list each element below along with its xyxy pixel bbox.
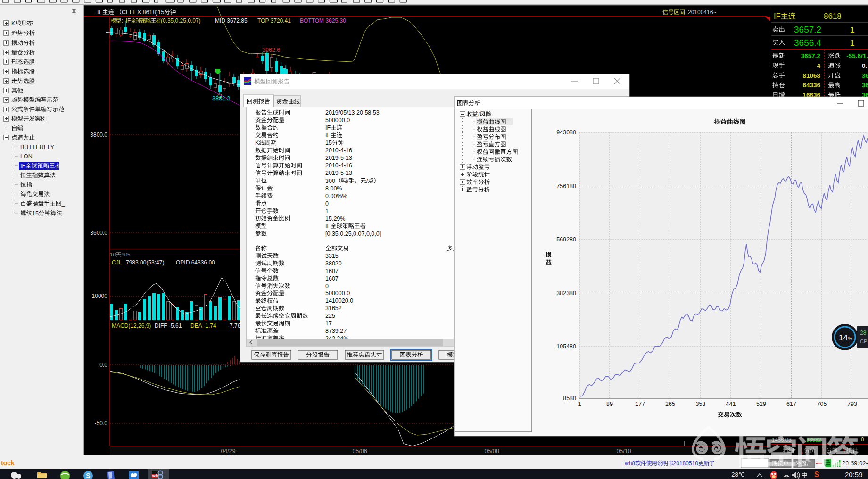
svg-text:17: 17 [325,320,332,327]
svg-text:265: 265 [665,401,675,407]
svg-text:CP: CP [860,339,867,344]
svg-text:tock: tock [1,459,15,467]
svg-text:_: _ [61,200,66,207]
svg-text:2010-4-16: 2010-4-16 [325,162,352,169]
svg-text:/: / [347,178,349,184]
svg-text:756180: 756180 [556,183,576,190]
svg-text:177: 177 [635,401,645,407]
svg-text:441: 441 [726,401,736,407]
svg-text:3315: 3315 [325,253,339,259]
svg-text:617: 617 [786,401,796,407]
svg-text:353: 353 [696,401,706,407]
svg-text:2019/05/13 20:58:53: 2019/05/13 20:58:53 [325,109,380,116]
svg-text:IF: IF [126,17,131,24]
svg-text:S: S [814,471,819,479]
svg-text:3657.2: 3657.2 [794,25,821,34]
svg-text:BUTTERFLY: BUTTERFLY [20,144,55,150]
svg-text:DIFF -5.61: DIFF -5.61 [155,322,182,329]
svg-text:382380: 382380 [556,290,576,297]
svg-text:1607: 1607 [325,268,339,274]
svg-text:500000.0: 500000.0 [325,290,350,297]
svg-text:0.: 0. [862,62,867,69]
svg-text:MID 3672.85: MID 3672.85 [215,17,248,24]
svg-text:89: 89 [606,401,613,407]
svg-text:CJL: CJL [112,259,122,266]
svg-text:8580: 8580 [563,395,576,402]
svg-text:wh8: wh8 [624,460,635,467]
svg-text:TOP 3720.41: TOP 3720.41 [257,17,291,24]
svg-text:20180510: 20180510 [673,460,699,467]
svg-text:/: / [478,111,480,118]
svg-text:7983.00(53:47): 7983.00(53:47) [126,259,164,266]
svg-text:0.00%%: 0.00%% [325,193,347,199]
svg-text:IF: IF [325,124,331,131]
svg-text:04/29: 04/29 [221,448,235,454]
svg-text:20100416~: 20100416~ [688,9,716,16]
svg-text:569280: 569280 [556,236,576,243]
svg-text:DEA -1.74: DEA -1.74 [190,322,216,329]
svg-text:IF: IF [325,223,331,230]
svg-text:4: 4 [817,62,821,69]
svg-text:1: 1 [850,39,854,48]
svg-text:(0.35,0.25,0.07): (0.35,0.25,0.07) [161,17,201,24]
svg-text:38020: 38020 [325,260,342,267]
svg-text:28: 28 [860,330,867,336]
svg-text:905: 905 [121,252,130,257]
svg-text:MACD(12,26,9): MACD(12,26,9) [112,322,151,329]
svg-text:wh: wh [152,473,158,478]
svg-text:3657.2: 3657.2 [801,52,820,59]
svg-text:-55.6/1.: -55.6/1. [846,52,868,59]
svg-text:36: 36 [862,72,868,79]
svg-text:0: 0 [861,436,864,443]
svg-text:81068: 81068 [803,72,821,79]
svg-text:-7.76: -7.76 [228,322,241,329]
svg-text:14: 14 [839,333,848,342]
svg-text:[0.35,0.25,0.07,0,0,0]: [0.35,0.25,0.07,0,0,0] [325,231,381,237]
svg-text:2010-4-16: 2010-4-16 [325,147,352,154]
svg-text:8.00%: 8.00% [325,185,342,192]
svg-text:1607: 1607 [325,275,339,282]
svg-text:BOTTOM 3625.30: BOTTOM 3625.30 [300,17,346,24]
svg-text:793: 793 [847,401,857,407]
svg-text:K: K [11,20,16,27]
svg-text:10000: 10000 [92,293,108,299]
svg-text:CFFEX 8618)15: CFFEX 8618)15 [122,9,164,16]
svg-text:05/10: 05/10 [616,448,631,454]
svg-text:05/08: 05/08 [484,448,499,454]
svg-text:IF: IF [97,9,102,16]
svg-text:3800.0: 3800.0 [90,132,107,138]
svg-text:1410020.0: 1410020.0 [325,297,353,304]
svg-text:IF: IF [325,132,331,139]
svg-text:64336: 64336 [803,82,821,89]
svg-text:20:59: 20:59 [845,471,863,479]
svg-text::: : [685,9,686,16]
svg-text:3962.6: 3962.6 [262,47,280,53]
svg-text:3656.4: 3656.4 [794,38,822,48]
svg-text:3600.0: 3600.0 [90,230,107,236]
svg-text:28: 28 [731,471,738,478]
svg-text:8618: 8618 [824,12,842,21]
svg-text:31652: 31652 [325,305,342,312]
svg-text:2019-5-13: 2019-5-13 [325,155,352,161]
svg-text:2019-5-13: 2019-5-13 [325,170,352,176]
svg-text:-50.0: -50.0 [95,420,108,427]
svg-text:OPID 64336.00: OPID 64336.00 [176,259,215,266]
svg-text:S: S [86,472,90,479]
svg-text:K: K [255,140,259,146]
svg-text:1: 1 [850,25,854,34]
svg-text:225: 225 [325,313,335,319]
svg-text:1: 1 [578,401,581,407]
svg-text:36: 36 [862,82,868,89]
svg-text:300: 300 [325,178,335,184]
svg-text:1: 1 [325,208,329,215]
svg-text:15: 15 [325,140,332,146]
svg-text:705: 705 [817,401,827,407]
svg-text:0: 0 [325,283,329,289]
svg-text:195480: 195480 [556,343,576,350]
svg-text:943080: 943080 [556,129,576,136]
svg-text:0: 0 [325,200,329,207]
svg-text:0.0: 0.0 [99,362,107,368]
svg-text:IF: IF [774,12,781,20]
svg-text:8739.27: 8739.27 [325,328,347,334]
svg-text:529: 529 [756,401,766,407]
